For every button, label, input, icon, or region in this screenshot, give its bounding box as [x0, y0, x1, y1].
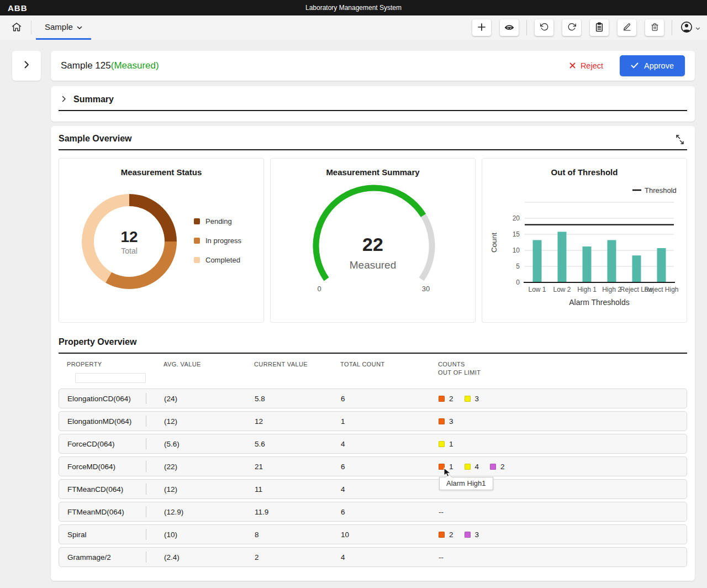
- cell-avg-value: (22): [146, 463, 237, 471]
- rotate-right-icon: [567, 22, 577, 33]
- count-value: 3: [449, 417, 453, 426]
- app-top-bar: ABB Laboratory Management System: [0, 0, 707, 15]
- legend-swatch: [194, 238, 200, 244]
- fullscreen-button[interactable]: [673, 133, 687, 148]
- cell-total-count: 10: [323, 531, 421, 539]
- nav-bar: Sample: [0, 15, 707, 40]
- sample-title: Sample 125: [61, 60, 111, 71]
- count-badge-yellow[interactable]: 3: [465, 395, 479, 403]
- legend-label: In progress: [205, 237, 241, 245]
- summary-section: Summary: [51, 86, 695, 122]
- cell-current-value: 21: [237, 463, 323, 471]
- cell-current-value: 12: [237, 417, 323, 426]
- cell-avg-value: (5.6): [146, 440, 237, 448]
- cell-avg-value: (24): [146, 395, 237, 403]
- chevron-down-icon: [77, 22, 82, 32]
- property-filter-input[interactable]: [75, 373, 146, 383]
- cell-current-value: 11: [237, 485, 323, 494]
- gauge-label: Measured: [271, 259, 475, 271]
- expand-panel-button[interactable]: [12, 51, 41, 81]
- no-counts-dash: --: [439, 508, 444, 516]
- table-row[interactable]: FTMeanMD(064)(12.9)11.96--: [59, 502, 687, 522]
- count-value: 2: [500, 463, 505, 471]
- cell-property: FTMeanMD(064): [59, 502, 146, 521]
- donut-segment-completed[interactable]: [82, 194, 129, 282]
- edit-button[interactable]: [618, 19, 636, 36]
- cell-counts-out-of-limit: 1: [421, 440, 687, 448]
- measurement-status-card: Measurement Status 12 Total PendingIn pr…: [59, 158, 264, 323]
- eye-icon: [504, 23, 514, 33]
- bar-high-2[interactable]: [608, 240, 616, 282]
- yellow-square-icon: [465, 396, 471, 402]
- count-badge-orange[interactable]: 2: [439, 395, 453, 403]
- table-row[interactable]: ElongationMD(064)(12)1213: [59, 411, 687, 431]
- table-row[interactable]: ElongationCD(064)(24)5.8623: [59, 389, 687, 408]
- summary-toggle[interactable]: Summary: [59, 95, 687, 104]
- delete-button[interactable]: [645, 19, 664, 36]
- count-badge-orange[interactable]: 2: [439, 531, 453, 539]
- svg-text:10: 10: [513, 246, 520, 254]
- cell-property: FTMeanCD(064): [59, 480, 146, 498]
- cell-total-count: 4: [323, 440, 421, 448]
- view-button[interactable]: [500, 19, 519, 36]
- report-button[interactable]: [590, 19, 609, 36]
- cell-property: Grammage/2: [59, 548, 146, 566]
- bar-reject-high[interactable]: [657, 248, 666, 282]
- add-button[interactable]: [472, 19, 491, 36]
- redo-button[interactable]: [562, 19, 581, 36]
- count-value: 1: [449, 463, 453, 471]
- cell-counts-out-of-limit: --: [421, 508, 687, 516]
- cell-avg-value: (10): [146, 531, 237, 539]
- cell-avg-value: (12): [146, 485, 237, 494]
- x-icon: [569, 61, 576, 70]
- svg-text:Low 1: Low 1: [528, 286, 546, 293]
- count-badge-purple[interactable]: 2: [490, 463, 505, 471]
- trash-icon: [651, 23, 659, 33]
- bar-high-1[interactable]: [583, 246, 592, 282]
- count-badge-yellow[interactable]: 4: [465, 463, 479, 471]
- chevron-right-icon: [24, 61, 29, 71]
- toolbar-divider: [526, 20, 527, 35]
- legend-label: Pending: [205, 217, 232, 225]
- table-row[interactable]: Spiral(10)81023: [59, 524, 687, 544]
- count-badge-orange[interactable]: 1: [439, 463, 453, 471]
- table-row[interactable]: FTMeanCD(064)(12)114: [59, 479, 687, 499]
- svg-text:Alarm Thresholds: Alarm Thresholds: [569, 298, 629, 307]
- bar-low-2[interactable]: [558, 232, 567, 282]
- sample-overview-underline: [59, 149, 687, 150]
- cell-total-count: 6: [323, 508, 421, 516]
- table-row[interactable]: ForceMD(064)(22)216142: [59, 456, 687, 476]
- cell-counts-out-of-limit: --: [421, 553, 687, 561]
- column-avg-value: AVG. VALUE: [146, 360, 236, 383]
- count-badge-purple[interactable]: 3: [465, 531, 479, 539]
- orange-square-icon: [439, 396, 445, 402]
- chevron-right-icon: [62, 95, 66, 104]
- bar-low-1[interactable]: [533, 240, 542, 282]
- count-badge-yellow[interactable]: 1: [439, 440, 453, 448]
- orange-square-icon: [439, 532, 445, 538]
- count-value: 3: [475, 395, 479, 403]
- reject-button[interactable]: Reject: [569, 61, 603, 70]
- home-button[interactable]: [7, 18, 27, 38]
- sample-tab-label: Sample: [45, 22, 73, 32]
- property-overview-title: Property Overview: [59, 337, 687, 347]
- sample-header-card: Sample 125(Measured) Reject Approve: [51, 51, 695, 81]
- count-badge-orange[interactable]: 3: [439, 417, 453, 426]
- account-menu-button[interactable]: [680, 20, 700, 35]
- tab-sample[interactable]: Sample: [36, 15, 91, 40]
- cell-current-value: 2: [237, 553, 323, 561]
- gauge-value: 22: [271, 234, 475, 255]
- bar-reject-low[interactable]: [632, 255, 641, 282]
- table-row[interactable]: Grammage/2(2.4)24--: [59, 547, 687, 567]
- svg-text:Threshold: Threshold: [645, 186, 677, 195]
- measurement-summary-card: Measurement Summary 22 Measured 0 30: [270, 158, 476, 323]
- donut-segment-pending[interactable]: [129, 194, 177, 242]
- summary-title: Summary: [73, 95, 114, 104]
- property-table-header: PROPERTY AVG. VALUE CURRENT VALUE TOTAL …: [59, 360, 687, 383]
- legend-swatch: [194, 218, 200, 224]
- donut-segment-in-progress[interactable]: [105, 242, 177, 289]
- table-row[interactable]: ForceCD(064)(5.6)5.641: [59, 434, 687, 454]
- count-value: 1: [449, 440, 453, 448]
- undo-button[interactable]: [535, 19, 553, 36]
- approve-button[interactable]: Approve: [620, 55, 685, 76]
